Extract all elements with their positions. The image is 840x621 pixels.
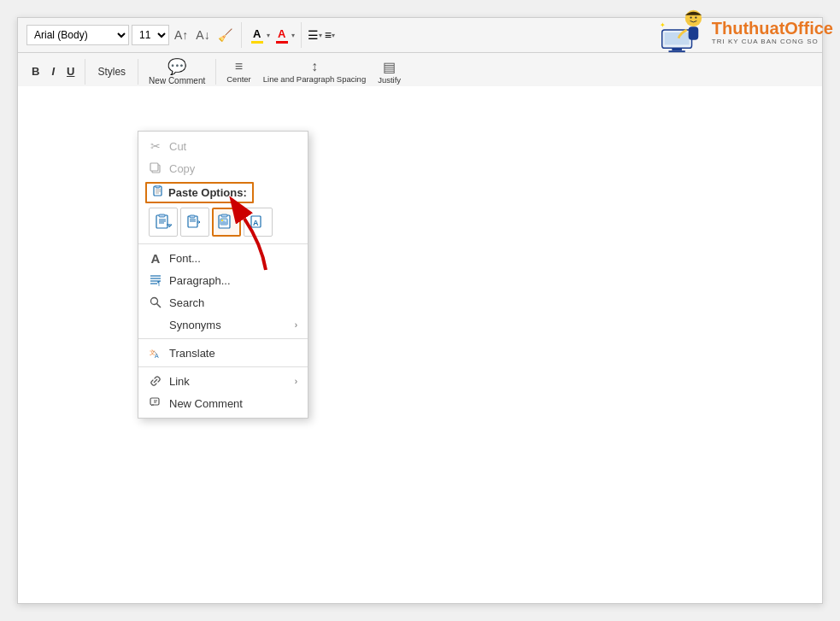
bold-btn[interactable]: B bbox=[26, 63, 44, 79]
svg-rect-2 bbox=[672, 48, 682, 50]
justify-icon: ▤ bbox=[383, 59, 396, 75]
logo-area: ✦ ✦ ThuthuatOffice TRI KY CUA BAN CONG S… bbox=[655, 7, 833, 56]
shrink-font-btn[interactable]: A↓ bbox=[193, 26, 212, 44]
ribbon-divider-2 bbox=[301, 22, 302, 48]
menu-separator-1 bbox=[138, 243, 308, 244]
font-menu-item[interactable]: A Font... bbox=[138, 247, 308, 269]
font-icon: A bbox=[149, 251, 162, 265]
svg-rect-13 bbox=[156, 185, 160, 188]
cut-icon: ✂ bbox=[149, 139, 162, 153]
cut-label: Cut bbox=[169, 140, 186, 153]
justify-label: Justify bbox=[378, 75, 401, 85]
link-icon bbox=[149, 374, 162, 388]
logo-title-part2: Office bbox=[784, 19, 833, 38]
link-arrow: › bbox=[295, 377, 297, 386]
new-comment-label: New Comment bbox=[149, 76, 205, 85]
paste-merge-btn[interactable] bbox=[180, 208, 209, 237]
document-area: Arial (Body) 11 A↑ A↓ 🧹 A ▾ A ▾ bbox=[17, 17, 823, 604]
copy-icon bbox=[149, 161, 162, 175]
paragraph-label: Paragraph... bbox=[169, 274, 231, 287]
bullets-btn[interactable]: ☰▾ bbox=[308, 28, 322, 42]
svg-point-30 bbox=[221, 220, 223, 221]
svg-text:✦: ✦ bbox=[660, 21, 666, 29]
svg-rect-42 bbox=[150, 398, 159, 405]
new-comment-menu-icon bbox=[149, 396, 162, 410]
italic-btn[interactable]: I bbox=[46, 63, 60, 79]
search-menu-item[interactable]: Search bbox=[138, 291, 308, 313]
center-icon: ≡ bbox=[235, 59, 243, 74]
svg-line-39 bbox=[157, 304, 162, 308]
svg-text:A: A bbox=[253, 219, 259, 227]
font-label: Font... bbox=[169, 252, 201, 265]
svg-rect-11 bbox=[150, 163, 158, 171]
synonyms-arrow: › bbox=[295, 320, 297, 330]
svg-rect-23 bbox=[190, 215, 195, 218]
synonyms-label: Synonyms bbox=[169, 319, 221, 331]
line-spacing-group[interactable]: ↕ Line and Paragraph Spacing bbox=[258, 57, 371, 85]
translate-label: Translate bbox=[169, 347, 215, 360]
cut-menu-item[interactable]: ✂ Cut bbox=[138, 135, 308, 157]
logo-text: ThuthuatOffice TRI KY CUA BAN CONG SO bbox=[712, 19, 833, 45]
paste-keep-source-btn[interactable] bbox=[149, 208, 178, 237]
context-menu: ✂ Cut Copy bbox=[138, 131, 308, 419]
search-icon bbox=[149, 296, 162, 309]
svg-rect-1 bbox=[664, 32, 689, 45]
ribbon-divider-1 bbox=[241, 22, 242, 48]
menu-separator-2 bbox=[138, 338, 308, 339]
svg-point-38 bbox=[151, 298, 158, 305]
svg-rect-27 bbox=[221, 214, 227, 217]
svg-point-5 bbox=[690, 16, 691, 18]
ribbon-divider-3 bbox=[85, 59, 85, 85]
center-label: Center bbox=[226, 74, 251, 84]
logo-title-part1: Thuthuat bbox=[712, 19, 785, 38]
menu-separator-3 bbox=[138, 366, 308, 367]
paste-options-icon bbox=[152, 185, 164, 200]
new-comment-menu-item[interactable]: New Comment bbox=[138, 392, 308, 414]
logo-subtitle: TRI KY CUA BAN CONG SO bbox=[712, 38, 833, 45]
new-comment-menu-label: New Comment bbox=[169, 397, 243, 410]
paragraph-icon: ¶ bbox=[149, 273, 162, 287]
copy-label: Copy bbox=[169, 162, 195, 175]
svg-text:¶: ¶ bbox=[157, 280, 161, 286]
synonyms-icon bbox=[149, 318, 162, 331]
logo-icon: ✦ ✦ bbox=[655, 7, 705, 56]
numbering-btn[interactable]: ≡▾ bbox=[325, 28, 335, 42]
synonyms-menu-item[interactable]: Synonyms › bbox=[138, 313, 308, 336]
translate-menu-item[interactable]: 文 A Translate bbox=[138, 342, 308, 364]
paragraph-menu-item[interactable]: ¶ Paragraph... bbox=[138, 269, 308, 291]
paste-options-section: Paste Options: bbox=[138, 179, 308, 241]
center-align-group[interactable]: ≡ Center bbox=[221, 57, 256, 85]
paste-options-label: Paste Options: bbox=[168, 186, 247, 199]
underline-btn[interactable]: U bbox=[62, 63, 79, 79]
new-comment-icon: 💬 bbox=[167, 57, 186, 76]
font-name-select[interactable]: Arial (Body) bbox=[26, 25, 129, 45]
font-size-select[interactable]: 11 bbox=[132, 25, 169, 45]
justify-group[interactable]: ▤ Justify bbox=[373, 57, 406, 86]
logo-title: ThuthuatOffice bbox=[712, 19, 833, 38]
paste-text-only-btn[interactable] bbox=[212, 208, 241, 237]
translate-icon: 文 A bbox=[149, 346, 162, 360]
ribbon-divider-5 bbox=[215, 59, 216, 85]
svg-rect-7 bbox=[688, 26, 698, 39]
clear-format-btn[interactable]: 🧹 bbox=[215, 26, 235, 44]
line-spacing-icon: ↕ bbox=[311, 59, 318, 74]
paste-options-label-wrapper: Paste Options: bbox=[145, 182, 254, 203]
line-spacing-label: Line and Paragraph Spacing bbox=[263, 74, 366, 84]
text-highlight-btn[interactable]: A ▾ bbox=[248, 26, 270, 45]
grow-font-btn[interactable]: A↑ bbox=[172, 26, 191, 44]
copy-menu-item[interactable]: Copy bbox=[138, 157, 308, 179]
styles-btn[interactable]: Styles bbox=[91, 64, 132, 79]
link-menu-item[interactable]: Link › bbox=[138, 370, 308, 392]
ribbon-divider-4 bbox=[138, 59, 138, 85]
svg-rect-18 bbox=[159, 214, 165, 217]
paste-text-only2-btn[interactable]: A bbox=[244, 208, 273, 237]
link-label: Link bbox=[169, 375, 190, 388]
font-color-btn[interactable]: A ▾ bbox=[273, 26, 295, 45]
svg-point-6 bbox=[695, 16, 696, 18]
new-comment-group[interactable]: 💬 New Comment bbox=[144, 56, 210, 87]
svg-rect-3 bbox=[668, 50, 684, 52]
paste-options-row: A bbox=[149, 208, 301, 237]
search-label: Search bbox=[169, 296, 204, 309]
